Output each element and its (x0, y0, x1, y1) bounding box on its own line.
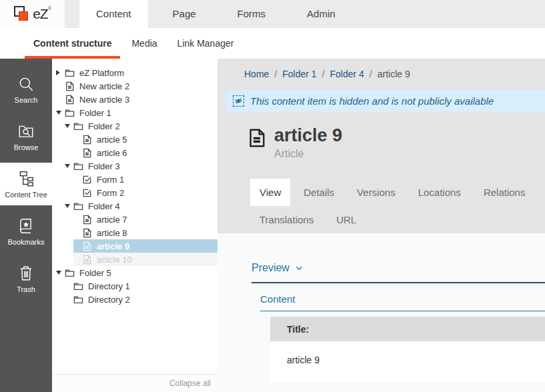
expander-icon[interactable] (56, 111, 65, 115)
tree-item-label: Directory 2 (88, 295, 130, 305)
tree-item-label: Folder 5 (79, 268, 111, 278)
sidebar-item-label: Browse (14, 143, 39, 151)
tree-item[interactable]: New article 2 (52, 79, 217, 93)
article-icon (65, 95, 75, 105)
ez-logo-icon (14, 5, 30, 23)
tree-item[interactable]: Folder 4 (52, 199, 217, 213)
expander-icon[interactable] (65, 164, 73, 168)
expander-icon[interactable] (56, 70, 65, 75)
bookmarks-icon (17, 217, 35, 235)
breadcrumb-link-home[interactable]: Home (244, 69, 269, 79)
sidebar-item-bookmarks[interactable]: Bookmarks (0, 210, 52, 253)
tree-item-label: Folder 1 (79, 108, 111, 118)
tab-relations[interactable]: Relations (474, 179, 535, 206)
tree-item[interactable]: New article 3 (52, 93, 217, 106)
tree-item[interactable]: Folder 1 (52, 106, 217, 119)
content-type-label: Article (274, 148, 342, 160)
folder-icon (65, 108, 75, 118)
tree-item[interactable]: Folder 5 (52, 266, 217, 279)
sidebar-item-label: Content Tree (5, 191, 47, 199)
tree-item[interactable]: Directory 1 (52, 279, 217, 293)
expander-icon[interactable] (56, 271, 65, 275)
sidebar-item-search[interactable]: Search (0, 68, 52, 111)
tab-locations[interactable]: Locations (409, 179, 470, 206)
article-icon (82, 148, 92, 158)
tree-item[interactable]: Directory 2 (52, 293, 217, 306)
search-icon (17, 75, 35, 93)
breadcrumb-current: article 9 (378, 69, 410, 79)
content-header: article 9 Article (247, 125, 545, 160)
tree-item[interactable]: article 8 (52, 226, 217, 239)
preview-label: Preview (251, 262, 290, 274)
breadcrumb-link-folder4[interactable]: Folder 4 (330, 69, 364, 79)
browse-icon (17, 123, 35, 140)
content-tree-icon (17, 170, 35, 187)
collapse-all-button[interactable]: Collapse all (169, 379, 211, 388)
breadcrumb-separator: / (274, 69, 277, 79)
tab-view[interactable]: View (250, 179, 290, 206)
tree-item-selected[interactable]: article 9 (52, 239, 217, 253)
preview-section: Preview Content Title: article 9 (217, 233, 545, 392)
tree-item[interactable]: article 5 (52, 133, 217, 146)
tree-item[interactable]: Form 1 (52, 173, 217, 186)
sidebar: Search Browse Content Tree Bookmarks Tra… (0, 59, 52, 392)
article-icon (82, 228, 92, 238)
tree-item-label: eZ Platform (79, 68, 124, 78)
tree-item-hidden[interactable]: article 10 (52, 253, 217, 266)
tree-item-label: article 9 (97, 241, 129, 251)
tab-versions[interactable]: Versions (348, 179, 405, 206)
tree-item-label: New article 3 (79, 95, 129, 105)
divider (260, 311, 545, 311)
nav-tab-page[interactable]: Page (156, 0, 213, 28)
folder-icon (73, 201, 83, 211)
ez-logo[interactable]: eZ® (0, 0, 65, 28)
sidebar-item-browse[interactable]: Browse (0, 115, 52, 158)
hidden-eye-icon (233, 95, 244, 107)
field-name: Title: (270, 317, 545, 341)
tree-item[interactable]: article 7 (52, 213, 217, 226)
breadcrumb-separator: / (322, 69, 325, 79)
content-tree-panel: eZ Platform New article 2 New article 3 … (52, 59, 217, 392)
tree-item[interactable]: article 6 (52, 146, 217, 159)
ez-logo-text: eZ® (33, 6, 51, 22)
article-icon (82, 241, 92, 251)
nav-tab-admin[interactable]: Admin (290, 0, 352, 28)
nav-tab-content[interactable]: Content (79, 0, 148, 28)
nav-tab-forms[interactable]: Forms (221, 0, 283, 28)
breadcrumb-separator: / (370, 69, 372, 79)
tab-translations[interactable]: Translations (250, 206, 323, 233)
subnav-content-structure[interactable]: Content structure (33, 28, 111, 59)
folder-icon (65, 68, 75, 78)
breadcrumb-link-folder1[interactable]: Folder 1 (282, 69, 316, 79)
sidebar-item-label: Bookmarks (7, 238, 44, 246)
form-icon (82, 188, 92, 198)
secondary-nav: Content structure Media Link Manager (0, 28, 545, 59)
tree-item[interactable]: Folder 2 (52, 119, 217, 133)
tree-item-label: article 10 (97, 255, 132, 265)
expander-icon[interactable] (65, 204, 73, 208)
tree-item[interactable]: Folder 3 (52, 159, 217, 173)
tree-item[interactable]: Form 2 (52, 186, 217, 199)
field-table: Title: article 9 (270, 317, 545, 382)
folder-icon (73, 121, 83, 131)
tab-details[interactable]: Details (294, 179, 344, 206)
hidden-content-notice: This content item is hidden and is not p… (225, 90, 545, 112)
tree-item-label: Form 1 (97, 175, 124, 185)
article-icon (82, 135, 92, 145)
breadcrumb: Home/Folder 1/Folder 4/article 9 (217, 59, 545, 79)
main-nav: Content Page Forms Admin (79, 0, 352, 28)
sidebar-item-content-tree[interactable]: Content Tree (0, 163, 52, 205)
expander-icon[interactable] (65, 124, 73, 128)
preview-toggle[interactable]: Preview (251, 262, 545, 274)
tree-item-label: Form 2 (97, 188, 124, 198)
tree-item-label: New article 2 (79, 81, 129, 91)
tree-item-label: article 7 (97, 215, 127, 225)
folder-icon (65, 268, 75, 278)
sidebar-item-trash[interactable]: Trash (0, 257, 52, 300)
subnav-media[interactable]: Media (131, 28, 157, 59)
page-title: article 9 (274, 125, 342, 145)
sidebar-item-label: Search (15, 96, 38, 104)
subnav-link-manager[interactable]: Link Manager (177, 28, 234, 59)
tree-item[interactable]: eZ Platform (52, 66, 217, 79)
tab-url[interactable]: URL (327, 206, 366, 233)
